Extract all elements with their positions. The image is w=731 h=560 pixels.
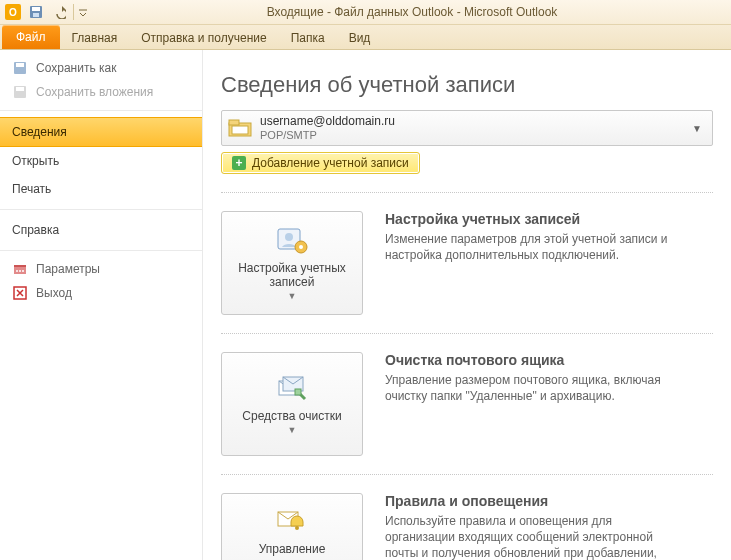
nav-label: Открыть — [12, 154, 59, 168]
chevron-down-icon: ▼ — [288, 291, 297, 301]
nav-label: Параметры — [36, 262, 100, 276]
chevron-down-icon — [79, 7, 87, 17]
qat-undo-button[interactable] — [48, 2, 70, 22]
section-text: Настройка учетных записей Изменение пара… — [385, 211, 685, 315]
outlook-window: Входящие - Файл данных Outlook - Microso… — [0, 0, 731, 560]
svg-point-24 — [295, 526, 299, 530]
rules-icon — [275, 506, 309, 536]
nav-separator — [0, 209, 202, 210]
save-icon — [29, 5, 43, 19]
window-title: Входящие - Файл данных Outlook - Microso… — [93, 5, 731, 19]
qat-customize-button[interactable] — [76, 2, 90, 22]
folder-icon — [228, 117, 254, 139]
section-title: Очистка почтового ящика — [385, 352, 685, 368]
nav-label: Печать — [12, 182, 51, 196]
content-pane: Сведения об учетной записи username@oldd… — [203, 50, 731, 560]
nav-print[interactable]: Печать — [0, 175, 202, 203]
section-title: Правила и оповещения — [385, 493, 685, 509]
tab-send-receive[interactable]: Отправка и получение — [129, 27, 278, 49]
cleanup-tools-button[interactable]: Средства очистки ▼ — [221, 352, 363, 456]
svg-rect-6 — [16, 87, 24, 91]
save-as-icon — [12, 60, 28, 76]
section-text: Очистка почтового ящика Управление разме… — [385, 352, 685, 456]
nav-label: Сохранить вложения — [36, 85, 153, 99]
qat-save-button[interactable] — [25, 2, 47, 22]
svg-point-10 — [19, 270, 21, 272]
quick-access-toolbar — [0, 2, 93, 22]
section-desc: Используйте правила и оповещения для орг… — [385, 513, 685, 560]
tile-label: Средства очистки — [242, 409, 341, 423]
section-cleanup: Средства очистки ▼ Очистка почтового ящи… — [221, 352, 713, 456]
svg-rect-15 — [232, 126, 248, 134]
section-account-settings: Настройка учетных записей ▼ Настройка уч… — [221, 211, 713, 315]
outlook-icon — [5, 4, 21, 20]
section-title: Настройка учетных записей — [385, 211, 685, 227]
section-text: Правила и оповещения Используйте правила… — [385, 493, 685, 560]
svg-rect-2 — [33, 13, 39, 17]
backstage-body: Сохранить как Сохранить вложения Сведени… — [0, 50, 731, 560]
section-separator — [221, 333, 713, 334]
account-settings-icon — [275, 225, 309, 255]
page-heading: Сведения об учетной записи — [221, 72, 713, 98]
section-desc: Изменение параметров для этой учетной за… — [385, 231, 685, 263]
svg-point-9 — [16, 270, 18, 272]
tile-label: Управление правилами и оповещениями — [228, 542, 356, 560]
add-account-label: Добавление учетной записи — [252, 156, 409, 170]
section-rules: Управление правилами и оповещениями Прав… — [221, 493, 713, 560]
plus-icon: + — [232, 156, 246, 170]
attachment-icon — [12, 84, 28, 100]
undo-icon — [52, 5, 66, 19]
nav-separator — [0, 110, 202, 111]
app-menu-button[interactable] — [2, 2, 24, 22]
section-separator — [221, 474, 713, 475]
tile-label: Настройка учетных записей — [228, 261, 356, 289]
account-protocol: POP/SMTP — [260, 128, 688, 142]
rules-alerts-button[interactable]: Управление правилами и оповещениями — [221, 493, 363, 560]
nav-label: Справка — [12, 223, 59, 237]
nav-save-attachments[interactable]: Сохранить вложения — [0, 80, 202, 104]
nav-exit[interactable]: Выход — [0, 281, 202, 305]
exit-icon — [12, 285, 28, 301]
svg-rect-22 — [295, 389, 301, 395]
section-separator — [221, 192, 713, 193]
nav-help[interactable]: Справка — [0, 216, 202, 244]
nav-open[interactable]: Открыть — [0, 147, 202, 175]
account-text: username@olddomain.ru POP/SMTP — [260, 114, 688, 142]
nav-separator — [0, 250, 202, 251]
title-bar: Входящие - Файл данных Outlook - Microso… — [0, 0, 731, 25]
backstage-nav: Сохранить как Сохранить вложения Сведени… — [0, 50, 203, 560]
account-email: username@olddomain.ru — [260, 114, 688, 128]
chevron-down-icon: ▼ — [688, 123, 706, 134]
options-icon — [12, 261, 28, 277]
section-desc: Управление размером почтового ящика, вкл… — [385, 372, 685, 404]
svg-rect-8 — [14, 265, 26, 267]
account-settings-button[interactable]: Настройка учетных записей ▼ — [221, 211, 363, 315]
account-selector[interactable]: username@olddomain.ru POP/SMTP ▼ — [221, 110, 713, 146]
ribbon-tabs: Файл Главная Отправка и получение Папка … — [0, 25, 731, 50]
svg-rect-14 — [229, 120, 239, 125]
tab-file[interactable]: Файл — [2, 25, 60, 49]
add-account-button[interactable]: + Добавление учетной записи — [221, 152, 420, 174]
nav-label: Выход — [36, 286, 72, 300]
svg-point-11 — [22, 270, 24, 272]
qat-separator — [73, 4, 74, 20]
nav-info[interactable]: Сведения — [0, 117, 202, 147]
svg-point-17 — [285, 233, 293, 241]
nav-label: Сведения — [12, 125, 67, 139]
nav-save-as[interactable]: Сохранить как — [0, 56, 202, 80]
tab-view[interactable]: Вид — [337, 27, 383, 49]
svg-rect-1 — [32, 7, 40, 11]
nav-options[interactable]: Параметры — [0, 257, 202, 281]
cleanup-icon — [275, 373, 309, 403]
tab-home[interactable]: Главная — [60, 27, 130, 49]
svg-rect-4 — [16, 63, 24, 67]
svg-point-19 — [299, 245, 303, 249]
chevron-down-icon: ▼ — [288, 425, 297, 435]
tab-folder[interactable]: Папка — [279, 27, 337, 49]
nav-label: Сохранить как — [36, 61, 116, 75]
